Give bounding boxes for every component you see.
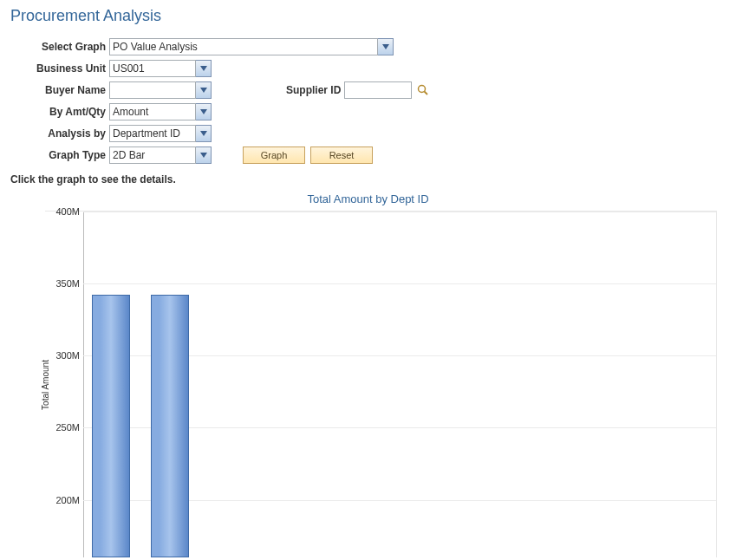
gridline (83, 283, 716, 284)
chart-area: Total Amount 400M350M300M250M200M (45, 211, 717, 557)
select-graph-label: Select Graph (24, 41, 109, 53)
chevron-down-icon[interactable] (378, 38, 394, 55)
y-axis-label: Total Amount (41, 360, 50, 410)
page-title: Procurement Analysis (10, 7, 726, 25)
supplier-id-label: Supplier ID (286, 84, 341, 96)
chart-title: Total Amount by Dept ID (10, 192, 726, 205)
gridline (83, 212, 716, 212)
hint-text: Click the graph to see the details. (10, 173, 726, 186)
buyer-name-label: Buyer Name (24, 84, 109, 96)
supplier-id-input[interactable] (344, 81, 412, 99)
graph-type-dropdown[interactable]: 2D Bar (109, 147, 212, 164)
analysis-by-dropdown[interactable]: Department ID (109, 125, 212, 142)
by-amt-qty-label: By Amt/Qty (24, 106, 109, 118)
y-tick-label: 250M (49, 422, 80, 433)
chevron-down-icon[interactable] (196, 81, 212, 99)
select-graph-dropdown[interactable]: PO Value Analysis (109, 38, 394, 55)
graph-button[interactable]: Graph (243, 147, 305, 164)
chevron-down-icon[interactable] (196, 147, 212, 164)
analysis-by-label: Analysis by (24, 127, 109, 140)
graph-type-label: Graph Type (24, 149, 109, 161)
search-icon[interactable] (417, 84, 429, 96)
svg-point-0 (419, 86, 426, 93)
y-axis (83, 212, 84, 557)
chart-bar[interactable] (92, 295, 130, 557)
reset-button[interactable]: Reset (310, 147, 373, 164)
y-tick-label: 400M (49, 206, 80, 217)
y-tick-label: 300M (49, 350, 80, 361)
business-unit-label: Business Unit (24, 62, 109, 75)
chevron-down-icon[interactable] (196, 103, 212, 120)
chevron-down-icon[interactable] (196, 125, 212, 142)
y-tick-label: 350M (49, 278, 80, 289)
buyer-name-dropdown[interactable] (109, 81, 212, 99)
filter-form: Select Graph PO Value Analysis Business … (24, 37, 726, 165)
chevron-down-icon[interactable] (196, 60, 212, 77)
y-tick-label: 200M (49, 495, 80, 505)
chart-bar[interactable] (151, 295, 189, 557)
business-unit-dropdown[interactable]: US001 (109, 60, 212, 77)
by-amt-qty-dropdown[interactable]: Amount (109, 103, 212, 120)
svg-line-1 (425, 92, 428, 95)
